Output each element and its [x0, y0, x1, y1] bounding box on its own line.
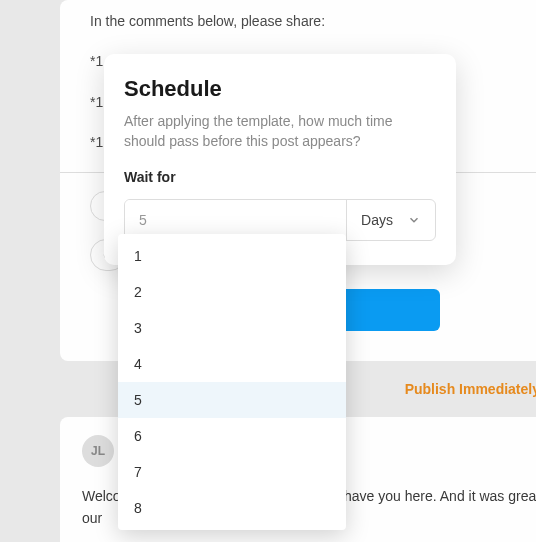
wait-for-label: Wait for — [124, 169, 436, 185]
avatar: JL — [82, 435, 114, 467]
chevron-down-icon — [407, 213, 421, 227]
dropdown-item-7[interactable]: 7 — [118, 454, 346, 490]
modal-title: Schedule — [124, 76, 436, 102]
modal-description: After applying the template, how much ti… — [124, 112, 436, 151]
dropdown-item-4[interactable]: 4 — [118, 346, 346, 382]
dropdown-item-2[interactable]: 2 — [118, 274, 346, 310]
post-intro: In the comments below, please share: — [90, 10, 536, 32]
unit-select[interactable]: Days — [346, 200, 435, 240]
dropdown-item-6[interactable]: 6 — [118, 418, 346, 454]
unit-select-label: Days — [361, 212, 393, 228]
dropdown-item-5[interactable]: 5 — [118, 382, 346, 418]
dropdown-item-3[interactable]: 3 — [118, 310, 346, 346]
number-dropdown[interactable]: 12345678 — [118, 234, 346, 530]
dropdown-item-8[interactable]: 8 — [118, 490, 346, 526]
dropdown-item-1[interactable]: 1 — [118, 238, 346, 274]
